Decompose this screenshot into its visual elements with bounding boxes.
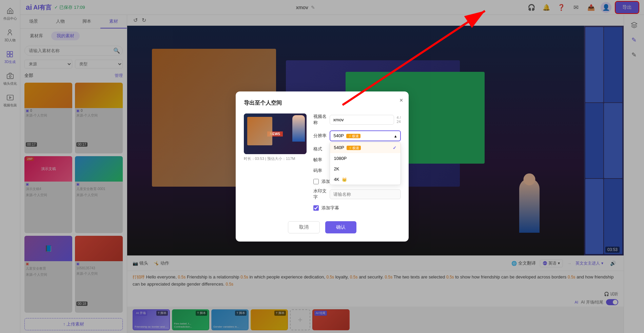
- framerate-label: 帧率: [313, 157, 330, 163]
- video-name-label: 视频名称: [313, 113, 330, 126]
- resolution-option-540p[interactable]: 540P ⚡极速 ✓: [330, 142, 401, 153]
- preview-image: NEWS: [244, 113, 307, 154]
- resolution-option-2k[interactable]: 2K: [330, 164, 401, 174]
- dialog-close-button[interactable]: ×: [399, 97, 403, 104]
- export-dialog: 导出至个人空间 × NEWS 时长：03:53 | 预估大小：117M 视频: [236, 91, 409, 242]
- watermark-text-row: 水印文字: [313, 188, 401, 200]
- dialog-title: 导出至个人空间: [244, 100, 401, 107]
- dialog-preview: NEWS 时长：03:53 | 预估大小：117M: [244, 113, 307, 214]
- check-icon: ✓: [393, 145, 396, 150]
- confirm-button[interactable]: 确认: [325, 221, 356, 233]
- resolution-label: 分辨率: [313, 133, 330, 139]
- resolution-option-4k[interactable]: 4K 👑: [330, 174, 401, 185]
- resolution-menu: 540P ⚡极速 ✓ 1080P 2K 4K 👑: [330, 142, 401, 185]
- bitrate-label: 码率: [313, 168, 330, 174]
- dialog-body: NEWS 时长：03:53 | 预估大小：117M 视频名称 4 / 24 分辨…: [244, 113, 401, 214]
- preview-info: 时长：03:53 | 预估大小：117M: [244, 156, 307, 161]
- dialog-fields: 视频名称 4 / 24 分辨率 540P ⚡极速 ▴ 540P ⚡极速: [313, 113, 401, 214]
- chevron-up-icon: ▴: [394, 133, 397, 139]
- resolution-dropdown[interactable]: 540P ⚡极速 ▴ 540P ⚡极速 ✓ 1080P: [330, 130, 401, 141]
- name-hint: 4 / 24: [397, 116, 401, 124]
- watermark-text-label: 水印文字: [313, 188, 330, 200]
- resolution-row: 分辨率 540P ⚡极速 ▴ 540P ⚡极速 ✓ 108: [313, 130, 401, 141]
- subtitle-row: 添加字幕: [313, 205, 401, 211]
- dialog-overlay[interactable]: 导出至个人空间 × NEWS 时长：03:53 | 预估大小：117M 视频: [0, 0, 644, 333]
- svg-line-9: [343, 11, 485, 105]
- format-label: 格式: [313, 146, 330, 152]
- video-name-input[interactable]: [330, 115, 394, 125]
- watermark-text-input[interactable]: [330, 189, 401, 199]
- subtitle-label[interactable]: 添加字幕: [321, 205, 339, 211]
- subtitle-checkbox[interactable]: [313, 205, 319, 211]
- dialog-footer: 取消 确认: [244, 221, 401, 233]
- resolution-option-1080p[interactable]: 1080P: [330, 153, 401, 164]
- cancel-button[interactable]: 取消: [288, 221, 320, 233]
- resolution-dropdown-btn[interactable]: 540P ⚡极速 ▴: [330, 130, 401, 141]
- video-name-row: 视频名称 4 / 24: [313, 113, 401, 126]
- watermark-checkbox[interactable]: [313, 179, 319, 184]
